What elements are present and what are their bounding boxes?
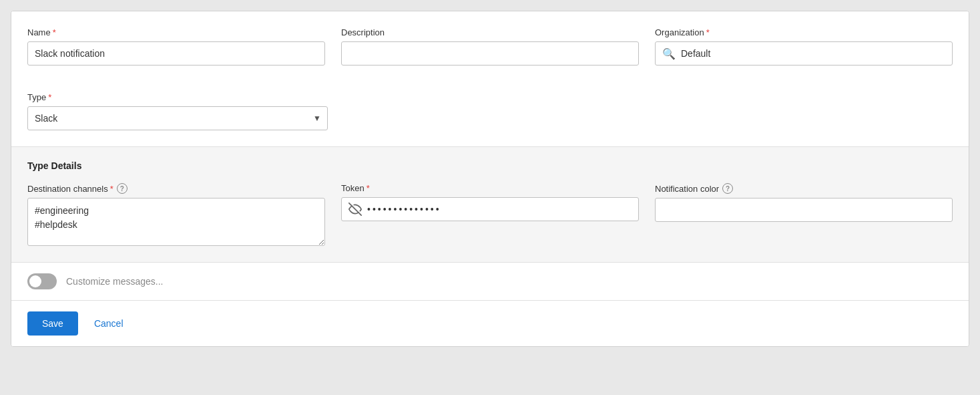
type-details-section: Type Details Destination channels * ? #e… bbox=[11, 147, 969, 262]
token-input[interactable] bbox=[362, 198, 632, 221]
type-label: Type * bbox=[27, 92, 328, 102]
type-select[interactable]: Slack Email PagerDuty Webhook bbox=[27, 106, 328, 130]
top-section: Name * Description Organization * 🔍 bbox=[11, 11, 969, 146]
description-input[interactable] bbox=[341, 41, 639, 65]
type-select-wrapper: Slack Email PagerDuty Webhook ▼ bbox=[27, 106, 328, 130]
description-label-text: Description bbox=[341, 27, 385, 37]
notification-color-label: Notification color ? bbox=[655, 183, 953, 194]
destination-channels-group: Destination channels * ? #engineering #h… bbox=[27, 183, 325, 246]
save-button[interactable]: Save bbox=[27, 311, 78, 336]
eye-off-icon[interactable] bbox=[348, 203, 362, 216]
token-group: Token * bbox=[341, 183, 639, 221]
notification-color-info-icon[interactable]: ? bbox=[722, 183, 733, 194]
dest-required-star: * bbox=[110, 184, 113, 194]
notification-color-input[interactable] bbox=[655, 198, 953, 222]
name-required-star: * bbox=[53, 27, 56, 37]
form-container: Name * Description Organization * 🔍 bbox=[11, 11, 969, 347]
organization-label: Organization * bbox=[655, 27, 953, 37]
organization-input-wrapper: 🔍 bbox=[655, 41, 953, 65]
token-label-text: Token bbox=[341, 183, 364, 193]
name-input[interactable] bbox=[27, 41, 325, 65]
notification-color-group: Notification color ? bbox=[655, 183, 953, 222]
name-label-text: Name bbox=[27, 27, 51, 37]
token-label: Token * bbox=[341, 183, 639, 193]
type-group: Type * Slack Email PagerDuty Webhook ▼ bbox=[27, 92, 328, 130]
token-input-wrapper bbox=[341, 197, 639, 221]
organization-required-star: * bbox=[706, 27, 710, 37]
type-form-row: Type * Slack Email PagerDuty Webhook ▼ bbox=[27, 79, 953, 130]
organization-input[interactable] bbox=[676, 42, 945, 65]
type-label-text: Type bbox=[27, 92, 46, 102]
type-details-title: Type Details bbox=[27, 160, 953, 171]
top-form-row: Name * Description Organization * 🔍 bbox=[27, 27, 953, 65]
toggle-slider bbox=[27, 273, 57, 289]
description-label: Description bbox=[341, 27, 639, 37]
organization-group: Organization * 🔍 bbox=[655, 27, 953, 65]
cancel-button[interactable]: Cancel bbox=[89, 313, 129, 334]
name-group: Name * bbox=[27, 27, 325, 65]
customize-toggle[interactable] bbox=[27, 273, 57, 289]
actions-row: Save Cancel bbox=[11, 301, 969, 346]
description-group: Description bbox=[341, 27, 639, 65]
type-required-star: * bbox=[48, 92, 51, 102]
name-label: Name * bbox=[27, 27, 325, 37]
search-icon: 🔍 bbox=[662, 47, 676, 60]
token-required-star: * bbox=[366, 183, 370, 193]
details-form-row: Destination channels * ? #engineering #h… bbox=[27, 183, 953, 246]
customize-row: Customize messages... bbox=[11, 263, 969, 300]
dest-channels-label-text: Destination channels bbox=[27, 184, 108, 194]
dest-channels-label: Destination channels * ? bbox=[27, 183, 325, 194]
organization-label-text: Organization bbox=[655, 27, 704, 37]
dest-channels-info-icon[interactable]: ? bbox=[117, 183, 128, 194]
notification-color-label-text: Notification color bbox=[655, 184, 719, 194]
customize-label: Customize messages... bbox=[66, 276, 164, 287]
destination-channels-input[interactable]: #engineering #helpdesk bbox=[27, 198, 325, 246]
